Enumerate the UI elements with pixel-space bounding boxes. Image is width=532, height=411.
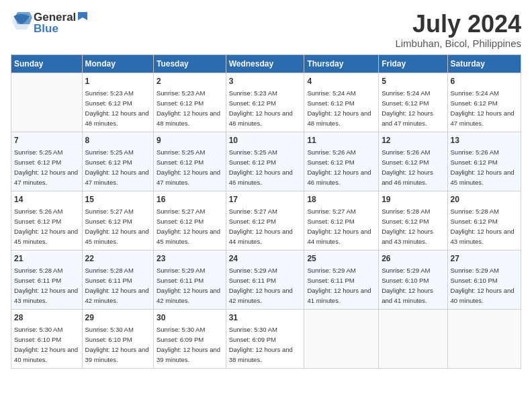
calendar-day-cell: 24 Sunrise: 5:29 AMSunset: 6:11 PMDaylig… (226, 250, 304, 309)
calendar-day-cell (304, 309, 379, 368)
day-number: 5 (382, 76, 444, 87)
calendar-day-cell: 14 Sunrise: 5:26 AMSunset: 6:12 PMDaylig… (11, 191, 83, 250)
calendar-day-cell: 4 Sunrise: 5:24 AMSunset: 6:12 PMDayligh… (304, 73, 379, 132)
calendar-day-cell: 25 Sunrise: 5:29 AMSunset: 6:11 PMDaylig… (304, 250, 379, 309)
calendar-day-cell: 9 Sunrise: 5:25 AMSunset: 6:12 PMDayligh… (154, 132, 226, 191)
day-info: Sunrise: 5:28 AMSunset: 6:11 PMDaylight:… (14, 267, 78, 304)
day-info: Sunrise: 5:24 AMSunset: 6:12 PMDaylight:… (451, 89, 515, 126)
day-info: Sunrise: 5:23 AMSunset: 6:12 PMDaylight:… (229, 89, 293, 126)
page-header: General Blue July 2024 Limbuhan, Bicol, … (11, 11, 521, 49)
calendar-day-cell: 28 Sunrise: 5:30 AMSunset: 6:10 PMDaylig… (11, 309, 83, 368)
day-number: 16 (157, 194, 223, 205)
calendar-day-cell: 12 Sunrise: 5:26 AMSunset: 6:12 PMDaylig… (379, 132, 447, 191)
day-number: 27 (451, 253, 518, 265)
calendar-day-cell: 5 Sunrise: 5:24 AMSunset: 6:12 PMDayligh… (379, 73, 447, 132)
day-info: Sunrise: 5:27 AMSunset: 6:12 PMDaylight:… (85, 208, 149, 244)
day-info: Sunrise: 5:26 AMSunset: 6:12 PMDaylight:… (14, 208, 78, 244)
day-number: 29 (85, 312, 150, 324)
calendar-day-cell: 17 Sunrise: 5:27 AMSunset: 6:12 PMDaylig… (226, 191, 304, 250)
day-number: 25 (307, 253, 375, 265)
location: Limbuhan, Bicol, Philippines (395, 38, 521, 49)
calendar-day-cell: 6 Sunrise: 5:24 AMSunset: 6:12 PMDayligh… (447, 73, 521, 132)
weekday-header-cell: Tuesday (154, 54, 226, 73)
calendar-day-cell (447, 309, 521, 368)
day-number: 6 (451, 76, 518, 87)
day-number: 31 (229, 312, 302, 324)
calendar-day-cell: 15 Sunrise: 5:27 AMSunset: 6:12 PMDaylig… (82, 191, 153, 250)
calendar-day-cell: 22 Sunrise: 5:28 AMSunset: 6:11 PMDaylig… (82, 250, 153, 309)
day-info: Sunrise: 5:23 AMSunset: 6:12 PMDaylight:… (157, 89, 220, 126)
calendar-day-cell (379, 309, 447, 368)
day-info: Sunrise: 5:30 AMSunset: 6:09 PMDaylight:… (229, 326, 293, 363)
day-info: Sunrise: 5:30 AMSunset: 6:10 PMDaylight:… (14, 326, 78, 363)
calendar-day-cell (11, 73, 83, 132)
day-number: 11 (307, 135, 375, 146)
svg-marker-2 (78, 12, 87, 20)
day-info: Sunrise: 5:26 AMSunset: 6:12 PMDaylight:… (382, 148, 433, 185)
weekday-header-cell: Wednesday (226, 54, 304, 73)
weekday-header-cell: Sunday (11, 54, 83, 73)
weekday-header-cell: Saturday (447, 54, 521, 73)
day-number: 9 (157, 135, 223, 146)
day-info: Sunrise: 5:26 AMSunset: 6:12 PMDaylight:… (451, 148, 515, 185)
month-title: July 2024 (395, 11, 521, 38)
day-number: 4 (307, 76, 375, 87)
day-number: 7 (14, 135, 79, 146)
day-info: Sunrise: 5:29 AMSunset: 6:11 PMDaylight:… (229, 267, 293, 304)
day-info: Sunrise: 5:24 AMSunset: 6:12 PMDaylight:… (307, 89, 371, 126)
day-info: Sunrise: 5:28 AMSunset: 6:12 PMDaylight:… (451, 208, 515, 244)
weekday-header-row: SundayMondayTuesdayWednesdayThursdayFrid… (11, 54, 521, 73)
day-info: Sunrise: 5:24 AMSunset: 6:12 PMDaylight:… (382, 89, 433, 126)
calendar-day-cell: 20 Sunrise: 5:28 AMSunset: 6:12 PMDaylig… (447, 191, 521, 250)
day-info: Sunrise: 5:25 AMSunset: 6:12 PMDaylight:… (14, 148, 78, 185)
day-number: 18 (307, 194, 375, 205)
calendar-day-cell: 26 Sunrise: 5:29 AMSunset: 6:10 PMDaylig… (379, 250, 447, 309)
day-number: 8 (85, 135, 150, 146)
calendar-header: SundayMondayTuesdayWednesdayThursdayFrid… (11, 54, 521, 73)
day-number: 10 (229, 135, 302, 146)
day-info: Sunrise: 5:29 AMSunset: 6:10 PMDaylight:… (451, 267, 515, 304)
logo-flag-icon (77, 11, 89, 26)
day-info: Sunrise: 5:29 AMSunset: 6:10 PMDaylight:… (382, 267, 433, 304)
calendar-week-row: 21 Sunrise: 5:28 AMSunset: 6:11 PMDaylig… (11, 250, 521, 309)
logo: General Blue (11, 11, 89, 36)
calendar-day-cell: 7 Sunrise: 5:25 AMSunset: 6:12 PMDayligh… (11, 132, 83, 191)
calendar-day-cell: 13 Sunrise: 5:26 AMSunset: 6:12 PMDaylig… (447, 132, 521, 191)
calendar-day-cell: 27 Sunrise: 5:29 AMSunset: 6:10 PMDaylig… (447, 250, 521, 309)
calendar-day-cell: 23 Sunrise: 5:29 AMSunset: 6:11 PMDaylig… (154, 250, 226, 309)
calendar-day-cell: 8 Sunrise: 5:25 AMSunset: 6:12 PMDayligh… (82, 132, 153, 191)
calendar-week-row: 7 Sunrise: 5:25 AMSunset: 6:12 PMDayligh… (11, 132, 521, 191)
calendar-day-cell: 30 Sunrise: 5:30 AMSunset: 6:09 PMDaylig… (154, 309, 226, 368)
day-info: Sunrise: 5:25 AMSunset: 6:12 PMDaylight:… (157, 148, 220, 185)
day-info: Sunrise: 5:28 AMSunset: 6:12 PMDaylight:… (382, 208, 433, 244)
day-info: Sunrise: 5:23 AMSunset: 6:12 PMDaylight:… (85, 89, 149, 126)
day-info: Sunrise: 5:30 AMSunset: 6:10 PMDaylight:… (85, 326, 149, 363)
day-info: Sunrise: 5:25 AMSunset: 6:12 PMDaylight:… (85, 148, 149, 185)
day-info: Sunrise: 5:25 AMSunset: 6:12 PMDaylight:… (229, 148, 293, 185)
day-number: 17 (229, 194, 302, 205)
day-info: Sunrise: 5:27 AMSunset: 6:12 PMDaylight:… (229, 208, 293, 244)
weekday-header-cell: Thursday (304, 54, 379, 73)
day-number: 26 (382, 253, 444, 265)
calendar-day-cell: 3 Sunrise: 5:23 AMSunset: 6:12 PMDayligh… (226, 73, 304, 132)
calendar-day-cell: 19 Sunrise: 5:28 AMSunset: 6:12 PMDaylig… (379, 191, 447, 250)
day-info: Sunrise: 5:30 AMSunset: 6:09 PMDaylight:… (157, 326, 220, 363)
day-info: Sunrise: 5:27 AMSunset: 6:12 PMDaylight:… (157, 208, 220, 244)
day-number: 20 (451, 194, 518, 205)
logo-icon (11, 11, 32, 35)
day-number: 13 (451, 135, 518, 146)
weekday-header-cell: Monday (82, 54, 153, 73)
day-number: 19 (382, 194, 444, 205)
day-number: 23 (157, 253, 223, 265)
calendar-day-cell: 18 Sunrise: 5:27 AMSunset: 6:12 PMDaylig… (304, 191, 379, 250)
calendar-day-cell: 2 Sunrise: 5:23 AMSunset: 6:12 PMDayligh… (154, 73, 226, 132)
title-block: July 2024 Limbuhan, Bicol, Philippines (395, 11, 521, 49)
calendar-day-cell: 1 Sunrise: 5:23 AMSunset: 6:12 PMDayligh… (82, 73, 153, 132)
day-info: Sunrise: 5:29 AMSunset: 6:11 PMDaylight:… (157, 267, 220, 304)
day-info: Sunrise: 5:27 AMSunset: 6:12 PMDaylight:… (307, 208, 371, 244)
day-number: 22 (85, 253, 150, 265)
day-number: 12 (382, 135, 444, 146)
day-number: 21 (14, 253, 79, 265)
day-info: Sunrise: 5:26 AMSunset: 6:12 PMDaylight:… (307, 148, 371, 185)
day-number: 2 (157, 76, 223, 87)
